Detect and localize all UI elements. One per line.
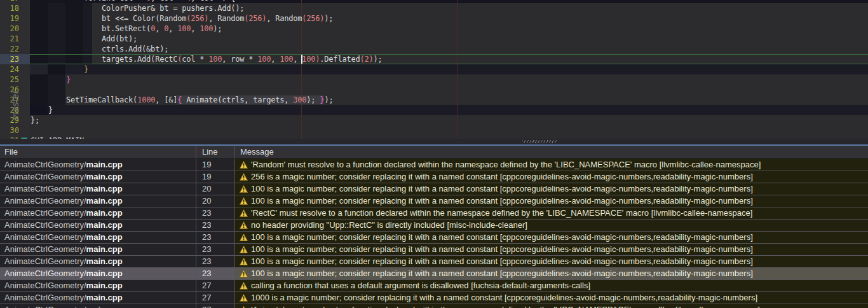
warning-triangle-icon <box>240 246 248 253</box>
code-line[interactable]: 22 ctrls.Add(&bt); <box>0 44 868 54</box>
warning-triangle-icon <box>240 270 248 277</box>
warning-triangle-icon <box>240 234 248 241</box>
code-text: } <box>31 105 53 115</box>
issue-file: AnimateCtrlGeometry/main.cpp <box>0 268 196 279</box>
line-number[interactable]: 20 <box>0 24 30 34</box>
issue-message: 'Random' must resolve to a function decl… <box>235 159 868 171</box>
issue-file: AnimateCtrlGeometry/main.cpp <box>0 207 196 219</box>
column-header-message[interactable]: Message <box>235 146 868 158</box>
warning-triangle-icon <box>240 294 248 302</box>
code-line[interactable]: 19 bt <<= Color(Random(256), Random(256)… <box>0 13 868 24</box>
issue-line: 23 <box>196 232 235 243</box>
issue-message: 100 is a magic number; consider replacin… <box>235 244 868 255</box>
issue-row[interactable]: AnimateCtrlGeometry/main.cpp20100 is a m… <box>0 183 868 195</box>
issues-header: File Line Message <box>0 146 868 159</box>
code-line[interactable]: 28 } <box>0 105 868 115</box>
issue-row[interactable]: AnimateCtrlGeometry/main.cpp19256 is a m… <box>0 171 868 183</box>
issue-file: AnimateCtrlGeometry/main.cpp <box>0 280 196 291</box>
indent-shade <box>48 85 65 95</box>
line-number[interactable]: 18 <box>0 3 30 13</box>
issue-line: 23 <box>196 244 235 255</box>
issue-file: AnimateCtrlGeometry/main.cpp <box>0 171 196 183</box>
code-text: Add(bt); <box>31 34 137 44</box>
code-line[interactable]: 30 <box>0 125 868 136</box>
code-line[interactable]: 20 bt.SetRect(0, 0, 100, 100); <box>0 24 868 34</box>
issue-message: calling a function that uses a default a… <box>235 280 868 291</box>
line-number[interactable]: 23 <box>0 54 30 64</box>
text-cursor <box>301 55 302 64</box>
warning-triangle-icon <box>240 221 248 229</box>
issue-file: AnimateCtrlGeometry/main.cpp <box>0 159 196 171</box>
warning-triangle-icon <box>240 173 248 181</box>
line-number[interactable]: 24 <box>0 64 30 74</box>
issue-line: 27 <box>196 292 235 304</box>
warning-triangle-icon <box>240 185 248 193</box>
issue-row[interactable]: AnimateCtrlGeometry/main.cpp271000 is a … <box>0 292 868 304</box>
line-number[interactable]: 22 <box>0 44 30 54</box>
issue-file: AnimateCtrlGeometry/main.cpp <box>0 256 196 267</box>
code-line[interactable]: 29}; <box>0 115 868 125</box>
code-text: ColorPusher& bt = pushers.Add(); <box>31 3 244 13</box>
code-line[interactable]: 24 } <box>0 64 868 74</box>
line-number[interactable]: 21 <box>0 34 30 44</box>
code-line[interactable]: 25 } <box>0 74 868 85</box>
column-header-line[interactable]: Line <box>196 146 235 158</box>
issue-row[interactable]: AnimateCtrlGeometry/main.cpp23'RectC' mu… <box>0 207 868 220</box>
code-line[interactable]: 27 SetTimeCallback(1000, [&]{ Animate(ct… <box>0 95 868 105</box>
issue-row[interactable]: AnimateCtrlGeometry/main.cpp27calling a … <box>0 280 868 292</box>
issue-line: 19 <box>196 159 235 171</box>
issue-message: 100 is a magic number; consider replacin… <box>235 268 868 279</box>
branch-label: master <box>10 80 20 130</box>
issue-line: 23 <box>196 220 235 231</box>
line-number[interactable]: 19 <box>0 13 30 24</box>
issue-row[interactable]: AnimateCtrlGeometry/main.cpp23100 is a m… <box>0 244 868 256</box>
code-line[interactable]: 26 <box>0 85 868 95</box>
code-line[interactable]: 21 Add(bt); <box>0 34 868 44</box>
warning-triangle-icon <box>240 258 248 265</box>
issue-row[interactable]: AnimateCtrlGeometry/main.cpp23100 is a m… <box>0 256 868 268</box>
indent-shade <box>30 85 48 95</box>
issue-message: 256 is a magic number; consider replacin… <box>235 171 868 183</box>
issue-line: 19 <box>196 171 235 183</box>
warning-triangle-icon <box>240 197 248 205</box>
issue-file: AnimateCtrlGeometry/main.cpp <box>0 232 196 243</box>
code-text: }; <box>31 115 39 125</box>
issue-row[interactable]: AnimateCtrlGeometry/main.cpp23100 is a m… <box>0 268 868 280</box>
issue-line: 20 <box>196 183 235 195</box>
issue-row[interactable]: AnimateCtrlGeometry/main.cpp23no header … <box>0 220 868 232</box>
issue-message: 100 is a magic number; consider replacin… <box>235 256 868 267</box>
issue-message: 'RectC' must resolve to a function decla… <box>235 207 868 219</box>
issue-file: AnimateCtrlGeometry/main.cpp <box>0 292 196 304</box>
issue-line: 20 <box>196 195 235 207</box>
issue-line: 27 <box>196 304 235 308</box>
code-text: } <box>31 64 88 74</box>
issue-line: 23 <box>196 268 235 279</box>
issue-file: AnimateCtrlGeometry/main.cpp <box>0 304 196 308</box>
code-line[interactable]: 23 targets.Add(RectC(col * 100, row * 10… <box>0 54 868 64</box>
issue-message: 1000 is a magic number; consider replaci… <box>235 292 868 304</box>
code-text: targets.Add(RectC(col * 100, row * 100, … <box>31 54 382 64</box>
code-text: bt <<= Color(Random(256), Random(256), R… <box>31 13 333 24</box>
warning-triangle-icon <box>240 282 248 290</box>
splitter-grip-icon[interactable] <box>522 140 557 143</box>
code-line[interactable]: 18 ColorPusher& bt = pushers.Add(); <box>0 3 868 13</box>
issue-message: no header providing "Upp::RectC" is dire… <box>235 220 868 231</box>
issue-row[interactable]: AnimateCtrlGeometry/main.cpp23100 is a m… <box>0 232 868 244</box>
column-header-file[interactable]: File <box>0 146 196 158</box>
code-editor[interactable]: 17 for(int col = 0; col < 4; col++) {18 … <box>0 0 868 139</box>
issue-message: 'Animate' must resolve to a function dec… <box>235 304 868 308</box>
issue-row[interactable]: AnimateCtrlGeometry/main.cpp20100 is a m… <box>0 195 868 207</box>
code-text: ctrls.Add(&bt); <box>31 44 168 54</box>
warning-triangle-icon <box>240 161 248 169</box>
issue-row[interactable]: AnimateCtrlGeometry/main.cpp19'Random' m… <box>0 159 868 171</box>
issue-line: 23 <box>196 256 235 267</box>
ide-window: 17 for(int col = 0; col < 4; col++) {18 … <box>0 0 868 308</box>
issue-file: AnimateCtrlGeometry/main.cpp <box>0 183 196 195</box>
code-text: SetTimeCallback(1000, [&]{ Animate(ctrls… <box>31 95 333 105</box>
pane-splitter[interactable] <box>0 139 868 144</box>
gui-app-marker-icon <box>21 137 27 139</box>
code-text: } <box>31 74 71 85</box>
issue-file: AnimateCtrlGeometry/main.cpp <box>0 220 196 231</box>
code-lines: 17 for(int col = 0; col < 4; col++) {18 … <box>0 0 868 139</box>
issue-row[interactable]: AnimateCtrlGeometry/main.cpp27'Animate' … <box>0 304 868 308</box>
